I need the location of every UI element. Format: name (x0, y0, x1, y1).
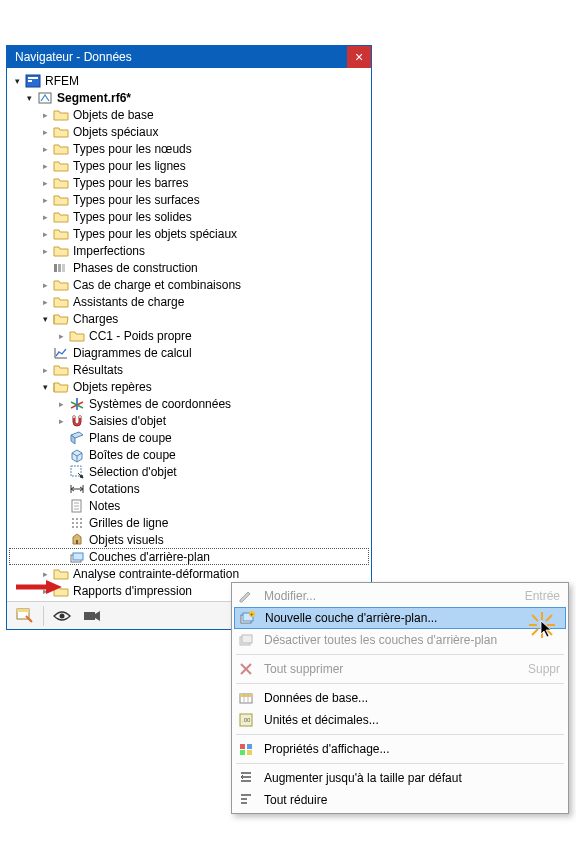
ctx-expand[interactable]: Augmenter jusqu'à la taille par défaut (234, 767, 566, 789)
ctx-separator (236, 683, 564, 684)
caret-right-icon[interactable]: ▸ (39, 585, 51, 597)
folder-icon (53, 141, 69, 157)
tree-item-charges[interactable]: ▾ Charges (9, 310, 369, 327)
item-label: Sélection d'objet (89, 465, 177, 479)
tree-panel: ▾ RFEM ▾ Segment.rf6* (7, 68, 371, 601)
tree-item[interactable]: ▸ Analyse contrainte-déformation (9, 565, 369, 582)
ctx-delete-all: Tout supprimer Suppr (234, 658, 566, 680)
toolbar-divider (43, 606, 44, 626)
expand-icon (236, 769, 256, 787)
tree-item-objets-reperes[interactable]: ▾ Objets repères (9, 378, 369, 395)
folder-icon (53, 566, 69, 582)
caret-right-icon[interactable]: ▸ (39, 160, 51, 172)
caret-right-icon[interactable]: ▸ (39, 228, 51, 240)
tree-item[interactable]: ▸ Sélection d'objet (9, 463, 369, 480)
svg-rect-5 (58, 264, 61, 272)
tree-item[interactable]: ▸ Grilles de ligne (9, 514, 369, 531)
tree-item[interactable]: ▸ Boîtes de coupe (9, 446, 369, 463)
selection-icon (69, 464, 85, 480)
tree-item[interactable]: ▸ Types pour les nœuds (9, 140, 369, 157)
tree-root-rfem[interactable]: ▾ RFEM (9, 72, 369, 89)
ctx-disable-all: Désactiver toutes les couches d'arrière-… (234, 629, 566, 651)
tree-item[interactable]: ▸ Types pour les lignes (9, 157, 369, 174)
caret-down-icon[interactable]: ▾ (39, 313, 51, 325)
svg-rect-6 (62, 264, 65, 272)
caret-right-icon[interactable]: ▸ (39, 177, 51, 189)
tree-item[interactable]: ▸ Cas de charge et combinaisons (9, 276, 369, 293)
tree-item[interactable]: ▸ Imperfections (9, 242, 369, 259)
tree-item[interactable]: ▸ Types pour les solides (9, 208, 369, 225)
caret-down-icon[interactable]: ▾ (39, 381, 51, 393)
tree-item[interactable]: ▸ Types pour les objets spéciaux (9, 225, 369, 242)
tree-item[interactable]: ▸ Types pour les barres (9, 174, 369, 191)
item-label: Objets de base (73, 108, 154, 122)
tree-item[interactable]: ▸ Saisies d'objet (9, 412, 369, 429)
tree-item[interactable]: ▸ Objets de base (9, 106, 369, 123)
tree-item[interactable]: ▸ Objets visuels (9, 531, 369, 548)
item-label: Couches d'arrière-plan (89, 550, 210, 564)
caret-down-icon[interactable]: ▾ (23, 92, 35, 104)
ctx-collapse[interactable]: Tout réduire (234, 789, 566, 811)
ctx-label: Unités et décimales... (264, 713, 560, 727)
layers-icon (69, 549, 85, 565)
tool-eye-icon[interactable] (48, 604, 76, 628)
item-label: Grilles de ligne (89, 516, 168, 530)
disable-icon (236, 631, 256, 649)
tree-item-cc1[interactable]: ▸ CC1 - Poids propre (9, 327, 369, 344)
caret-right-icon[interactable]: ▸ (39, 194, 51, 206)
item-label: CC1 - Poids propre (89, 329, 192, 343)
folder-icon (53, 124, 69, 140)
delete-icon (236, 660, 256, 678)
close-button[interactable]: × (347, 46, 371, 68)
tree-item[interactable]: ▸ Plans de coupe (9, 429, 369, 446)
ctx-display-props[interactable]: Propriétés d'affichage... (234, 738, 566, 760)
tree-item[interactable]: ▸ Types pour les surfaces (9, 191, 369, 208)
tree-item[interactable]: ▸ Couches d'arrière-plan (9, 548, 369, 565)
tree-item[interactable]: ▸ Cotations (9, 480, 369, 497)
folder-icon (53, 294, 69, 310)
caret-right-icon[interactable]: ▸ (55, 330, 67, 342)
caret-right-icon[interactable]: ▸ (55, 398, 67, 410)
tree-file-node[interactable]: ▾ Segment.rf6* (9, 89, 369, 106)
folder-icon (69, 328, 85, 344)
caret-right-icon[interactable]: ▸ (39, 109, 51, 121)
item-label: Charges (73, 312, 118, 326)
edit-icon (236, 587, 256, 605)
tree-item[interactable]: ▸ Systèmes de coordonnées (9, 395, 369, 412)
caret-right-icon[interactable]: ▸ (39, 143, 51, 155)
caret-right-icon[interactable]: ▸ (39, 279, 51, 291)
tree-item[interactable]: ▸ Objets spéciaux (9, 123, 369, 140)
folder-icon (53, 175, 69, 191)
caret-down-icon[interactable]: ▾ (11, 75, 23, 87)
folder-icon (53, 226, 69, 242)
tree-item[interactable]: ▸ Assistants de charge (9, 293, 369, 310)
folder-icon (53, 107, 69, 123)
ctx-units[interactable]: .00 Unités et décimales... (234, 709, 566, 731)
ctx-label: Propriétés d'affichage... (264, 742, 560, 756)
tree-item[interactable]: ▸ Notes (9, 497, 369, 514)
caret-right-icon[interactable]: ▸ (39, 245, 51, 257)
svg-rect-51 (247, 750, 252, 755)
caret-right-icon[interactable]: ▸ (39, 296, 51, 308)
tool-camera-icon[interactable] (78, 604, 106, 628)
svg-rect-11 (79, 416, 81, 418)
ctx-base-data[interactable]: Données de base... (234, 687, 566, 709)
caret-right-icon[interactable]: ▸ (39, 364, 51, 376)
tree-item[interactable]: ▸ Diagrammes de calcul (9, 344, 369, 361)
tool-dialog-icon[interactable] (11, 604, 39, 628)
tree-item[interactable]: ▸ Résultats (9, 361, 369, 378)
navigator-window: Navigateur - Données × ▾ RFEM ▾ (6, 45, 372, 630)
caret-right-icon[interactable]: ▸ (39, 211, 51, 223)
caret-right-icon[interactable]: ▸ (39, 568, 51, 580)
titlebar[interactable]: Navigateur - Données × (7, 46, 371, 68)
caret-right-icon[interactable]: ▸ (39, 126, 51, 138)
svg-point-23 (72, 522, 74, 524)
svg-rect-41 (242, 635, 252, 643)
caret-right-icon[interactable]: ▸ (55, 415, 67, 427)
plans-icon (69, 430, 85, 446)
app-label: RFEM (45, 74, 79, 88)
svg-rect-48 (240, 744, 245, 749)
item-label: Types pour les surfaces (73, 193, 200, 207)
ctx-new-layer[interactable]: + Nouvelle couche d'arrière-plan... (234, 607, 566, 629)
tree-item[interactable]: ▸ Phases de construction (9, 259, 369, 276)
